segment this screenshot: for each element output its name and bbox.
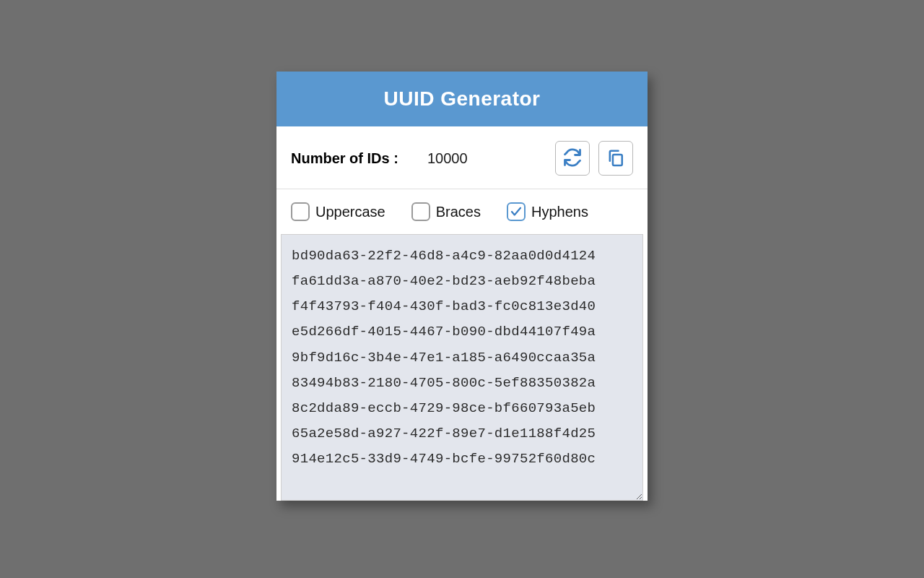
braces-checkbox[interactable]: Braces: [411, 202, 481, 221]
copy-button[interactable]: [598, 141, 633, 176]
uppercase-label: Uppercase: [315, 204, 385, 220]
regenerate-button[interactable]: [555, 141, 590, 176]
checkbox-box: [291, 202, 310, 221]
check-icon: [510, 205, 523, 218]
hyphens-checkbox[interactable]: Hyphens: [507, 202, 588, 221]
controls-row: Number of IDs :: [276, 126, 648, 189]
output-wrap: [276, 234, 648, 501]
checkbox-box: [411, 202, 430, 221]
braces-label: Braces: [436, 204, 481, 220]
number-of-ids-input[interactable]: [427, 150, 507, 167]
number-of-ids-label: Number of IDs :: [291, 150, 398, 167]
options-row: Uppercase Braces Hyphens: [276, 189, 648, 234]
hyphens-label: Hyphens: [531, 204, 588, 220]
uuid-generator-card: UUID Generator Number of IDs :: [276, 72, 648, 501]
refresh-icon: [562, 147, 583, 170]
card-header: UUID Generator: [276, 72, 648, 126]
output-textarea[interactable]: [281, 234, 643, 501]
checkbox-box: [507, 202, 526, 221]
svg-rect-0: [613, 154, 622, 165]
header-title: UUID Generator: [383, 87, 540, 110]
uppercase-checkbox[interactable]: Uppercase: [291, 202, 385, 221]
copy-icon: [606, 147, 626, 170]
